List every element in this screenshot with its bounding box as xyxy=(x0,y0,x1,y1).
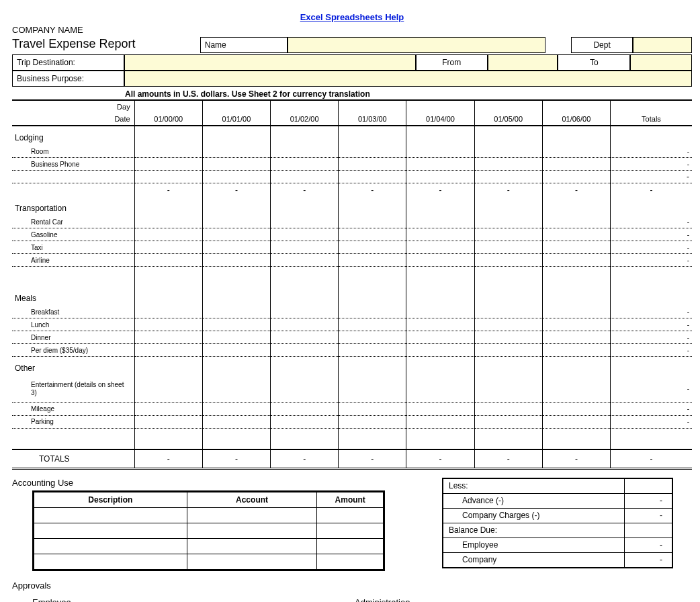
date-cell[interactable]: 01/02/00 xyxy=(271,113,339,126)
trip-destination-label: Trip Destination: xyxy=(12,54,124,71)
accounting-use-title: Accounting Use xyxy=(12,478,388,488)
item-entertainment: Entertainment (details on sheet 3) xyxy=(12,376,134,402)
less-advance-label: Advance (-) xyxy=(443,496,624,505)
item-lunch: Lunch xyxy=(12,318,134,331)
day-cell[interactable] xyxy=(542,100,610,113)
totals-header: Totals xyxy=(610,113,692,126)
acct-cell[interactable] xyxy=(317,523,384,538)
from-input[interactable] xyxy=(488,54,558,71)
less-charges-value: - xyxy=(624,509,672,523)
balance-due-title: Balance Due: xyxy=(443,525,624,535)
balance-employee-value: - xyxy=(624,538,672,552)
item-parking: Parking xyxy=(12,415,134,428)
date-cell[interactable]: 01/04/00 xyxy=(406,113,474,126)
accounting-table: Description Account Amount xyxy=(32,490,385,571)
acct-header-amount: Amount xyxy=(317,491,384,507)
date-cell[interactable]: 01/01/00 xyxy=(202,113,270,126)
less-title: Less: xyxy=(443,481,624,490)
date-row-label: Date xyxy=(12,113,134,126)
help-link[interactable]: Excel Spreadsheets Help xyxy=(300,12,404,22)
less-box: Less: Advance (-)- Company Charges (-)- … xyxy=(442,478,673,568)
totals-row-label: TOTALS xyxy=(12,449,134,469)
acct-cell[interactable] xyxy=(317,507,384,523)
company-name: COMPANY NAME xyxy=(12,25,692,35)
section-meals: Meals xyxy=(12,287,134,306)
acct-cell[interactable] xyxy=(187,538,317,554)
item-breakfast: Breakfast xyxy=(12,306,134,318)
name-input[interactable] xyxy=(288,37,546,53)
section-other: Other xyxy=(12,357,134,376)
report-title: Travel Expense Report xyxy=(12,37,187,53)
to-input[interactable] xyxy=(630,54,692,71)
acct-header-account: Account xyxy=(187,491,317,507)
to-label: To xyxy=(558,54,630,71)
acct-cell[interactable] xyxy=(187,554,317,570)
date-cell[interactable]: 01/00/00 xyxy=(134,113,202,126)
balance-company-label: Company xyxy=(443,555,624,564)
acct-cell[interactable] xyxy=(317,538,384,554)
acct-cell[interactable] xyxy=(187,523,317,538)
item-dinner: Dinner xyxy=(12,331,134,344)
day-cell[interactable] xyxy=(474,100,542,113)
balance-company-value: - xyxy=(624,553,672,567)
item-gasoline: Gasoline xyxy=(12,228,134,241)
trip-destination-input[interactable] xyxy=(124,54,416,71)
expense-grid: Day Date 01/00/00 01/01/00 01/02/00 01/0… xyxy=(12,99,692,470)
acct-cell[interactable] xyxy=(34,554,187,570)
date-cell[interactable]: 01/06/00 xyxy=(542,113,610,126)
day-cell[interactable] xyxy=(202,100,270,113)
balance-employee-label: Employee xyxy=(443,540,624,550)
less-advance-value: - xyxy=(624,494,672,508)
item-mileage: Mileage xyxy=(12,402,134,415)
item-taxi: Taxi xyxy=(12,241,134,254)
currency-note: All amounts in U.S. dollars. Use Sheet 2… xyxy=(125,89,692,99)
item-business-phone: Business Phone xyxy=(12,158,134,171)
date-cell[interactable]: 01/05/00 xyxy=(474,113,542,126)
item-airline: Airline xyxy=(12,254,134,267)
name-label: Name xyxy=(200,37,288,53)
less-charges-label: Company Charges (-) xyxy=(443,511,624,520)
acct-cell[interactable] xyxy=(34,507,187,523)
help-link-row: Excel Spreadsheets Help xyxy=(12,12,692,22)
acct-cell[interactable] xyxy=(187,507,317,523)
acct-cell[interactable] xyxy=(317,554,384,570)
day-cell[interactable] xyxy=(271,100,339,113)
day-cell[interactable] xyxy=(339,100,406,113)
dept-input[interactable] xyxy=(633,37,692,53)
approval-admin-label: Administration xyxy=(355,597,435,603)
acct-cell[interactable] xyxy=(34,523,187,538)
date-cell[interactable]: 01/03/00 xyxy=(339,113,406,126)
approval-employee-line[interactable] xyxy=(113,596,328,603)
from-label: From xyxy=(416,54,488,71)
dept-label: Dept xyxy=(571,37,633,53)
day-row-label: Day xyxy=(12,100,134,113)
acct-header-description: Description xyxy=(34,491,187,507)
business-purpose-input[interactable] xyxy=(124,71,692,87)
section-lodging: Lodging xyxy=(12,126,134,145)
item-room: Room xyxy=(12,145,134,158)
item-per-diem: Per diem ($35/day) xyxy=(12,344,134,357)
approval-admin-line[interactable] xyxy=(435,596,650,603)
section-transportation: Transportation xyxy=(12,197,134,216)
business-purpose-label: Business Purpose: xyxy=(12,71,124,87)
item-rental-car: Rental Car xyxy=(12,216,134,228)
acct-cell[interactable] xyxy=(34,538,187,554)
day-cell[interactable] xyxy=(134,100,202,113)
approval-employee-label: Employee xyxy=(32,597,113,603)
day-cell[interactable] xyxy=(406,100,474,113)
approvals-title: Approvals xyxy=(12,580,692,591)
